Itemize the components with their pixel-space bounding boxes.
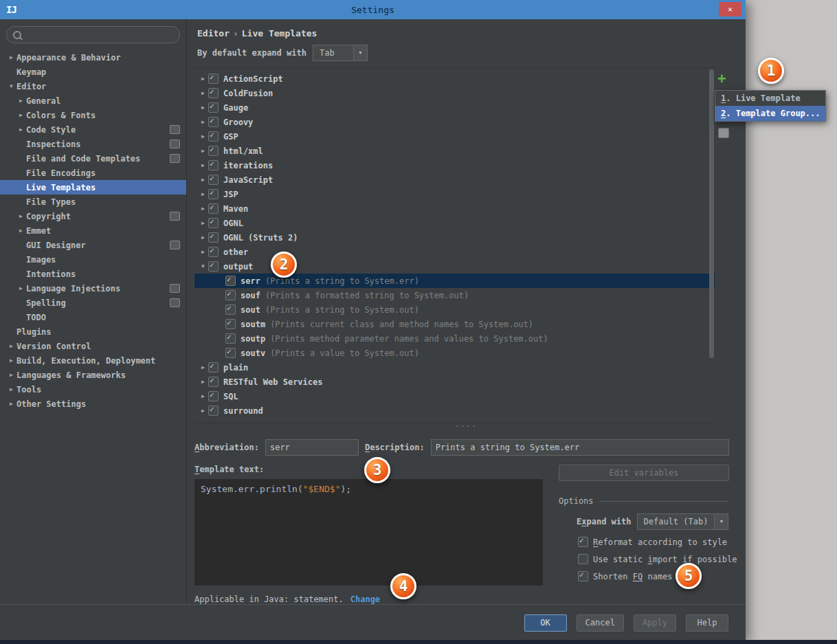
template-group-html-xml[interactable]: ▶html/xml [194,144,715,158]
option-checkbox[interactable] [578,571,588,581]
expand-with-combobox[interactable]: Default (Tab) ▼ [637,513,729,530]
template-row-soutv[interactable]: soutv(Prints a value to System.out) [194,346,715,360]
chevron-right-icon[interactable]: ▶ [198,249,208,255]
chevron-right-icon[interactable]: ▶ [16,126,26,133]
group-checkbox[interactable] [208,406,219,416]
template-group-plain[interactable]: ▶plain [194,360,715,375]
template-checkbox[interactable] [225,333,236,344]
option-checkbox[interactable] [578,537,588,547]
chevron-right-icon[interactable]: ▶ [6,386,16,392]
sidebar-item-copyright[interactable]: ▶Copyright [0,209,186,223]
template-group-maven[interactable]: ▶Maven [194,201,715,216]
chevron-right-icon[interactable]: ▶ [198,119,208,125]
sidebar-item-file-types[interactable]: File Types [0,195,186,209]
help-button[interactable]: Help [686,614,728,632]
chevron-right-icon[interactable]: ▶ [6,343,16,349]
chevron-right-icon[interactable]: ▶ [198,191,208,197]
sidebar-item-live-templates[interactable]: Live Templates [0,180,186,195]
sidebar-item-version-control[interactable]: ▶Version Control [0,339,186,353]
duplicate-icon[interactable] [718,128,729,138]
template-group-actionscript[interactable]: ▶ActionScript [194,71,715,86]
template-checkbox[interactable] [225,319,236,329]
group-checkbox[interactable] [208,146,219,156]
search-box[interactable] [6,26,180,43]
chevron-right-icon[interactable]: ▶ [198,148,208,154]
scrollbar-thumb[interactable] [709,69,714,358]
default-expand-combobox[interactable]: Tab ▼ [313,45,368,61]
group-checkbox[interactable] [208,131,219,142]
group-checkbox[interactable] [208,377,219,387]
sidebar-item-build-execution-deployment[interactable]: ▶Build, Execution, Deployment [0,353,186,368]
chevron-right-icon[interactable]: ▶ [198,104,208,111]
chevron-right-icon[interactable]: ▶ [6,401,16,407]
add-template-button[interactable]: + [717,71,726,86]
group-checkbox[interactable] [208,261,219,271]
template-group-coldfusion[interactable]: ▶ColdFusion [194,86,715,100]
template-checkbox[interactable] [225,276,236,286]
sidebar-item-language-injections[interactable]: ▶Language Injections [0,281,186,296]
template-row-sout[interactable]: sout(Prints a string to System.out) [194,302,715,317]
sidebar-item-general[interactable]: ▶General [0,93,186,108]
vertical-scrollbar[interactable] [708,68,715,423]
group-checkbox[interactable] [208,362,219,373]
group-checkbox[interactable] [208,175,219,185]
sidebar-item-languages-frameworks[interactable]: ▶Languages & Frameworks [0,368,186,382]
sidebar-item-gui-designer[interactable]: GUI Designer [0,238,186,252]
option-row-0[interactable]: Reformat according to style [578,537,729,547]
template-group-ognl-struts-2[interactable]: ▶OGNL (Struts 2) [194,230,715,245]
chevron-down-icon[interactable]: ▼ [353,45,367,60]
template-row-serr[interactable]: serr(Prints a string to System.err) [194,274,715,288]
change-link[interactable]: Change [350,595,380,604]
template-group-gsp[interactable]: ▶GSP [194,129,715,144]
template-group-jsp[interactable]: ▶JSP [194,187,715,201]
chevron-right-icon[interactable]: ▶ [198,177,208,183]
group-checkbox[interactable] [208,247,219,257]
edit-variables-button[interactable]: Edit variables [559,465,729,481]
chevron-down-icon[interactable]: ▼ [6,83,16,89]
sidebar-item-emmet[interactable]: ▶Emmet [0,223,186,238]
sidebar-item-file-encodings[interactable]: File Encodings [0,166,186,180]
sidebar-item-appearance-behavior[interactable]: ▶Appearance & Behavior [0,50,186,65]
chevron-right-icon[interactable]: ▶ [198,408,208,414]
description-input[interactable] [431,439,729,456]
template-row-souf[interactable]: souf(Prints a formatted string to System… [194,288,715,302]
search-input[interactable] [26,30,173,41]
sidebar-item-inspections[interactable]: Inspections [0,137,186,151]
template-group-ognl[interactable]: ▶OGNL [194,216,715,230]
sidebar-item-file-and-code-templates[interactable]: File and Code Templates [0,151,186,166]
chevron-right-icon[interactable]: ▶ [198,133,208,140]
apply-button[interactable]: Apply [634,614,676,632]
chevron-right-icon[interactable]: ▶ [6,357,16,364]
chevron-right-icon[interactable]: ▶ [198,393,208,399]
chevron-right-icon[interactable]: ▶ [198,379,208,385]
chevron-right-icon[interactable]: ▶ [16,285,26,291]
ok-button[interactable]: OK [524,614,567,632]
chevron-right-icon[interactable]: ▶ [198,162,208,168]
chevron-right-icon[interactable]: ▶ [198,90,208,96]
template-checkbox[interactable] [225,304,236,315]
chevron-right-icon[interactable]: ▶ [6,54,16,60]
sidebar-item-tools[interactable]: ▶Tools [0,382,186,397]
group-checkbox[interactable] [208,160,219,170]
group-checkbox[interactable] [208,189,219,199]
breadcrumb-live-templates[interactable]: Live Templates [242,28,317,38]
chevron-right-icon[interactable]: ▶ [16,98,26,104]
group-checkbox[interactable] [208,232,219,243]
sidebar-item-colors-fonts[interactable]: ▶Colors & Fonts [0,108,186,122]
template-group-iterations[interactable]: ▶iterations [194,158,715,173]
group-checkbox[interactable] [208,102,219,113]
popup-item-2[interactable]: 2. Template Group... [715,106,825,121]
template-group-restful-web-services[interactable]: ▶RESTful Web Services [194,375,715,389]
option-checkbox[interactable] [578,554,588,564]
group-checkbox[interactable] [208,74,219,84]
chevron-right-icon[interactable]: ▶ [6,372,16,378]
group-checkbox[interactable] [208,88,219,98]
chevron-right-icon[interactable]: ▶ [198,234,208,241]
template-text-editor[interactable]: System.err.println("$END$"); [194,479,543,586]
group-checkbox[interactable] [208,391,219,401]
popup-item-1[interactable]: 1. Live Template [715,91,825,106]
template-group-surround[interactable]: ▶surround [194,403,715,418]
sidebar-item-editor[interactable]: ▼Editor [0,79,186,93]
template-group-javascript[interactable]: ▶JavaScript [194,173,715,187]
option-row-2[interactable]: Shorten FQ names [578,571,729,581]
